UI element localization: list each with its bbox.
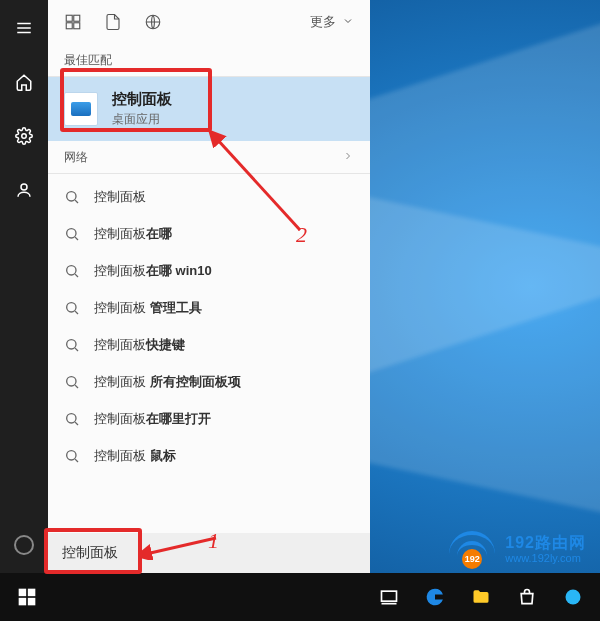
search-result-item[interactable]: 控制面板 所有控制面板项	[48, 363, 370, 400]
svg-line-23	[75, 422, 78, 425]
search-icon	[64, 337, 80, 353]
network-header[interactable]: 网络	[48, 141, 370, 173]
svg-point-10	[67, 191, 76, 200]
search-result-item[interactable]: 控制面板快捷键	[48, 326, 370, 363]
result-text: 控制面板快捷键	[94, 336, 185, 354]
documents-filter-icon[interactable]	[104, 13, 122, 31]
result-text: 控制面板 管理工具	[94, 299, 202, 317]
search-filters-bar: 更多	[48, 0, 370, 44]
svg-point-4	[21, 184, 27, 190]
svg-line-21	[75, 385, 78, 388]
svg-line-25	[75, 459, 78, 462]
search-results-panel: 更多 最佳匹配 控制面板 桌面应用 网络 控制面板控制面板在哪控制面板在哪 wi…	[48, 0, 370, 573]
start-button[interactable]	[4, 573, 50, 621]
svg-rect-28	[19, 598, 27, 606]
hamburger-menu-icon[interactable]	[0, 8, 48, 48]
best-match-result[interactable]: 控制面板 桌面应用	[48, 77, 370, 141]
search-input[interactable]	[62, 533, 356, 573]
search-result-item[interactable]: 控制面板 管理工具	[48, 289, 370, 326]
best-match-title: 控制面板	[112, 90, 172, 109]
search-result-item[interactable]: 控制面板 鼠标	[48, 437, 370, 474]
search-icon	[64, 411, 80, 427]
svg-line-11	[75, 200, 78, 203]
search-icon	[64, 263, 80, 279]
svg-line-13	[75, 237, 78, 240]
search-result-item[interactable]: 控制面板在哪	[48, 215, 370, 252]
svg-point-12	[67, 228, 76, 237]
result-text: 控制面板 鼠标	[94, 447, 176, 465]
search-left-rail	[0, 0, 48, 573]
watermark: 192 192路由网 www.192ly.com	[449, 531, 586, 565]
edge-browser-button[interactable]	[412, 573, 458, 621]
search-icon	[64, 448, 80, 464]
result-text: 控制面板 所有控制面板项	[94, 373, 241, 391]
wifi-logo-icon: 192	[449, 531, 495, 565]
svg-line-15	[75, 274, 78, 277]
search-result-item[interactable]: 控制面板在哪 win10	[48, 252, 370, 289]
more-label: 更多	[310, 13, 336, 31]
svg-point-16	[67, 302, 76, 311]
cortana-icon[interactable]	[14, 535, 34, 555]
web-filter-icon[interactable]	[144, 13, 162, 31]
svg-point-32	[566, 590, 581, 605]
svg-rect-27	[28, 589, 36, 597]
taskbar	[0, 573, 600, 621]
best-match-subtitle: 桌面应用	[112, 111, 172, 128]
chevron-down-icon	[342, 15, 354, 30]
search-icon	[64, 374, 80, 390]
best-match-header: 最佳匹配	[48, 44, 370, 76]
more-filters-dropdown[interactable]: 更多	[310, 13, 354, 31]
home-icon[interactable]	[0, 62, 48, 102]
gear-icon[interactable]	[0, 116, 48, 156]
web-results-list: 控制面板控制面板在哪控制面板在哪 win10控制面板 管理工具控制面板快捷键控制…	[48, 174, 370, 482]
svg-line-19	[75, 348, 78, 351]
app-button[interactable]	[550, 573, 596, 621]
control-panel-icon	[64, 92, 98, 126]
svg-point-24	[67, 450, 76, 459]
feedback-icon[interactable]	[0, 170, 48, 210]
svg-point-14	[67, 265, 76, 274]
svg-rect-5	[66, 15, 72, 21]
svg-rect-7	[66, 23, 72, 29]
chevron-right-icon	[342, 149, 354, 165]
search-icon	[64, 300, 80, 316]
result-text: 控制面板在哪 win10	[94, 262, 212, 280]
search-icon	[64, 226, 80, 242]
result-text: 控制面板在哪里打开	[94, 410, 211, 428]
result-text: 控制面板在哪	[94, 225, 172, 243]
apps-filter-icon[interactable]	[64, 13, 82, 31]
svg-rect-29	[28, 598, 36, 606]
search-input-container	[48, 533, 370, 573]
svg-rect-8	[74, 23, 80, 29]
svg-rect-6	[74, 15, 80, 21]
svg-line-17	[75, 311, 78, 314]
desktop-background	[370, 0, 600, 573]
file-explorer-button[interactable]	[458, 573, 504, 621]
svg-rect-30	[382, 591, 397, 601]
search-icon	[64, 189, 80, 205]
result-text: 控制面板	[94, 188, 146, 206]
svg-point-18	[67, 339, 76, 348]
svg-rect-26	[19, 589, 27, 597]
search-result-item[interactable]: 控制面板	[48, 178, 370, 215]
search-result-item[interactable]: 控制面板在哪里打开	[48, 400, 370, 437]
svg-point-22	[67, 413, 76, 422]
store-button[interactable]	[504, 573, 550, 621]
task-view-button[interactable]	[366, 573, 412, 621]
svg-point-20	[67, 376, 76, 385]
svg-point-3	[22, 134, 27, 139]
